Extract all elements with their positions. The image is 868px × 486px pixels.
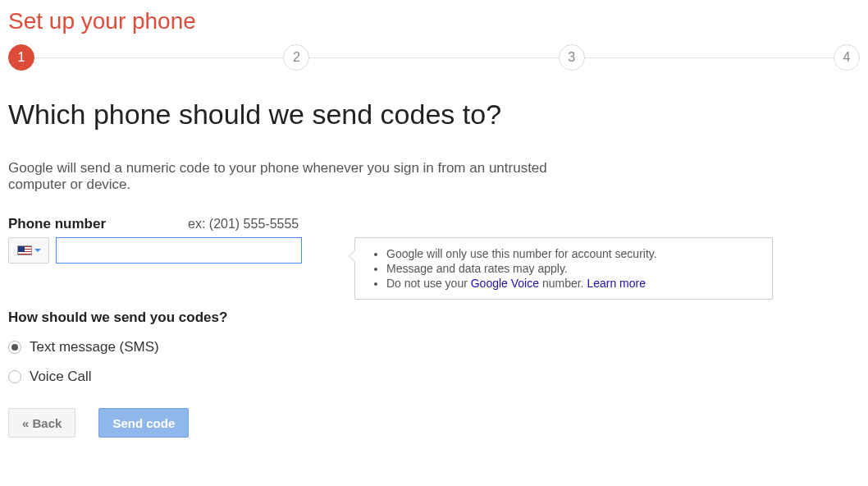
page-title: Set up your phone xyxy=(8,8,860,34)
tooltip-item-voice: Do not use your Google Voice number. Lea… xyxy=(386,276,761,291)
step-3: 3 xyxy=(559,44,585,71)
delivery-method-label: How should we send you codes? xyxy=(8,309,860,326)
phone-tooltip: Google will only use this number for acc… xyxy=(354,237,773,300)
tooltip-item-rates: Message and data rates may apply. xyxy=(386,261,761,276)
question-heading: Which phone should we send codes to? xyxy=(8,99,860,131)
tooltip-arrow-icon xyxy=(349,250,355,263)
radio-option-voice[interactable]: Voice Call xyxy=(8,369,860,385)
phone-number-input[interactable] xyxy=(56,237,302,264)
radio-icon xyxy=(8,370,21,383)
radio-option-sms[interactable]: Text message (SMS) xyxy=(8,339,860,355)
stepper: 1 2 3 4 xyxy=(8,44,860,71)
radio-label-voice: Voice Call xyxy=(30,369,92,385)
description-text: Google will send a numeric code to your … xyxy=(8,160,566,193)
us-flag-icon xyxy=(17,245,32,255)
learn-more-link[interactable]: Learn more xyxy=(587,277,646,290)
tooltip-item-security: Google will only use this number for acc… xyxy=(386,246,761,261)
radio-icon xyxy=(8,341,21,354)
chevron-down-icon xyxy=(34,249,41,252)
radio-label-sms: Text message (SMS) xyxy=(30,339,159,355)
back-button[interactable]: « Back xyxy=(8,408,75,438)
send-code-button[interactable]: Send code xyxy=(98,408,189,438)
country-code-picker[interactable] xyxy=(8,237,49,264)
step-2: 2 xyxy=(283,44,309,71)
phone-label: Phone number xyxy=(8,216,106,232)
tooltip-voice-mid: number. xyxy=(539,277,587,290)
google-voice-link[interactable]: Google Voice xyxy=(471,277,539,290)
tooltip-voice-prefix: Do not use your xyxy=(386,277,471,290)
phone-example-hint: ex: (201) 555-5555 xyxy=(188,217,299,232)
step-4: 4 xyxy=(834,44,860,71)
step-1: 1 xyxy=(8,44,34,71)
